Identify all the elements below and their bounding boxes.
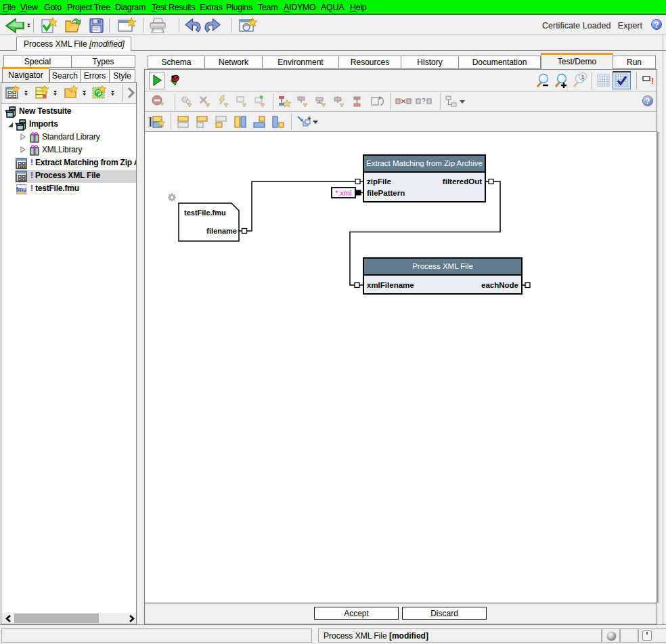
svg-text:?: ? — [422, 98, 426, 105]
svg-text:?: ? — [654, 20, 659, 30]
svg-text:!: ! — [651, 76, 654, 86]
svg-text:*.xml: *.xml — [335, 189, 351, 197]
svg-text:testFile.fmu: testFile.fmu — [184, 209, 226, 217]
svg-text:?: ? — [645, 97, 650, 106]
svg-text:fmu: fmu — [16, 186, 27, 193]
svg-text:1: 1 — [581, 74, 584, 81]
svg-text:filename: filename — [206, 227, 237, 235]
